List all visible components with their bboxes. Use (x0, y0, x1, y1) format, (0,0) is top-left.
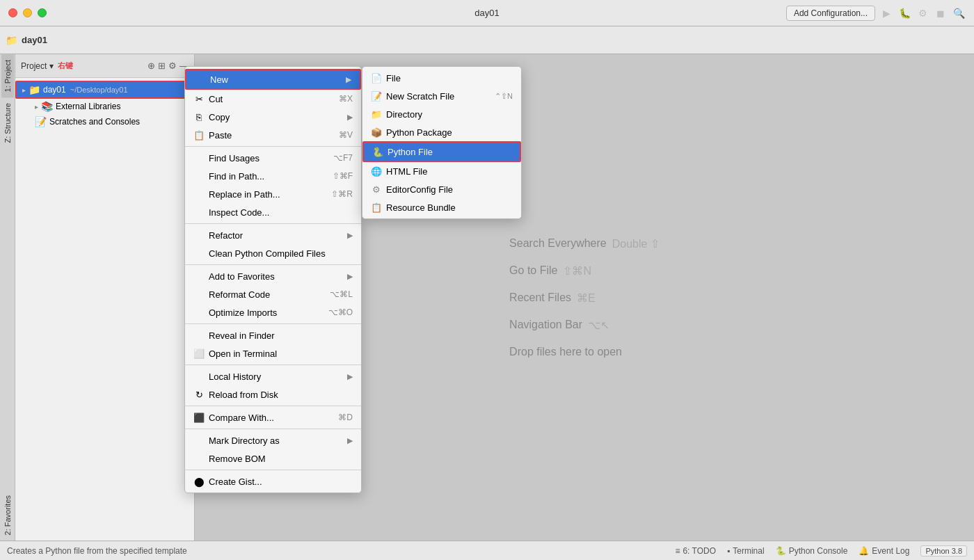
python-file-icon: 🐍 (372, 146, 383, 157)
tree-item-scratches[interactable]: 📝 Scratches and Consoles (15, 114, 194, 129)
tab-structure[interactable]: Z: Structure (1, 97, 14, 148)
panel-subtitle-chinese: 右键 (58, 61, 73, 71)
menu-item-new[interactable]: New ▶ (185, 69, 361, 90)
reveal-icon (193, 330, 205, 341)
menu-item-create-gist[interactable]: ⬤ Create Gist... (185, 472, 361, 490)
status-python-console[interactable]: 🐍 Python Console (776, 545, 848, 557)
menu-item-open-terminal[interactable]: ⬜ Open in Terminal (185, 344, 361, 362)
context-menu: New ▶ ✂ Cut ⌘X ⎘ Copy ▶ 📋 Paste ⌘V Find … (184, 66, 362, 493)
terminal-status-icon: ▪ (727, 546, 730, 556)
menu-item-inspect-code[interactable]: Inspect Code... (185, 203, 361, 221)
tree-item-external-libs[interactable]: ▸ 📚 External Libraries (15, 99, 194, 114)
tree-label-day01: day01 (43, 85, 66, 95)
tree-label-scratches: Scratches and Consoles (49, 117, 140, 127)
tree-item-day01[interactable]: ▸ 📁 day01 ~/Desktop/day01 (15, 81, 194, 99)
gist-label: Create Gist... (209, 477, 353, 487)
submenu-item-python-file[interactable]: 🐍 Python File (362, 141, 521, 162)
menu-item-compare[interactable]: ⬛ Compare With... ⌘D (185, 408, 361, 426)
paste-icon: 📋 (193, 129, 205, 141)
editorconfig-label: EditorConfig File (386, 184, 513, 195)
status-terminal[interactable]: ▪ Terminal (727, 545, 765, 557)
panel-icon-settings[interactable]: ⊕ (147, 61, 155, 71)
cut-icon: ✂ (193, 93, 205, 104)
copy-submenu-arrow: ▶ (347, 113, 353, 122)
html-label: HTML File (386, 166, 513, 177)
find-path-label: Find in Path... (209, 171, 328, 182)
menu-item-copy[interactable]: ⎘ Copy ▶ (185, 108, 361, 126)
debug-icon[interactable]: 🐛 (897, 6, 911, 20)
mark-submenu-arrow: ▶ (347, 436, 353, 445)
submenu-item-resource-bundle[interactable]: 📋 Resource Bundle (362, 198, 521, 216)
sep-3 (185, 264, 361, 265)
submenu-item-html[interactable]: 🌐 HTML File (362, 162, 521, 180)
paste-label: Paste (209, 130, 335, 141)
tab-favorites[interactable]: 2: Favorites (1, 490, 14, 541)
submenu-item-editorconfig[interactable]: ⚙ EditorConfig File (362, 180, 521, 198)
hint-goto-file: Go to File ⇧⌘N (509, 264, 660, 278)
submenu-item-scratch[interactable]: 📝 New Scratch File ⌃⇧N (362, 87, 521, 105)
window-title: day01 (474, 8, 499, 18)
tree-label-ext: External Libraries (56, 102, 120, 111)
menu-item-add-favorites[interactable]: Add to Favorites ▶ (185, 267, 361, 285)
menu-item-refactor[interactable]: Refactor ▶ (185, 226, 361, 244)
event-log-icon: 🔔 (859, 546, 869, 556)
project-name-label: day01 (22, 35, 47, 45)
profile-icon[interactable]: ⚙ (916, 6, 929, 20)
project-panel: Project ▾ 右键 ⊕ ⊞ ⚙ — ▸ 📁 day01 ~/Desktop… (15, 54, 195, 541)
file-label: File (386, 73, 513, 83)
menu-item-find-usages[interactable]: Find Usages ⌥F7 (185, 149, 361, 167)
find-usages-label: Find Usages (209, 153, 329, 163)
find-path-shortcut: ⇧⌘F (333, 171, 353, 181)
hint-key-recent: ⌘E (577, 291, 596, 305)
python-console-icon: 🐍 (776, 546, 786, 556)
tab-project[interactable]: 1: Project (1, 54, 14, 97)
status-event-log[interactable]: 🔔 Event Log (859, 546, 909, 556)
run-icon[interactable]: ▶ (879, 6, 893, 20)
submenu-item-file[interactable]: 📄 File (362, 69, 521, 87)
add-configuration-button[interactable]: Add Configuration... (786, 6, 875, 21)
panel-icon-gear[interactable]: ⚙ (168, 61, 177, 71)
status-right: ≡ 6: TODO ▪ Terminal 🐍 Python Console 🔔 … (675, 545, 967, 557)
menu-item-optimize[interactable]: Optimize Imports ⌥⌘O (185, 303, 361, 321)
copy-icon: ⎘ (193, 111, 205, 122)
maximize-button[interactable] (38, 8, 47, 17)
reveal-label: Reveal in Finder (209, 330, 353, 341)
refactor-submenu-arrow: ▶ (347, 231, 353, 240)
menu-item-clean-compiled[interactable]: Clean Python Compiled Files (185, 244, 361, 262)
remove-bom-icon (193, 453, 205, 464)
menu-item-mark-dir[interactable]: Mark Directory as ▶ (185, 431, 361, 449)
hint-key-search: Double ⇧ (612, 237, 660, 250)
cut-shortcut: ⌘X (339, 94, 353, 104)
hint-nav-bar: Navigation Bar ⌥↖ (509, 319, 660, 332)
tree-arrow-ext: ▸ (35, 103, 38, 111)
inspect-code-icon (193, 207, 205, 218)
hint-key-nav: ⌥↖ (588, 319, 609, 332)
menu-item-reload[interactable]: ↻ Reload from Disk (185, 385, 361, 403)
menu-item-replace-path[interactable]: Replace in Path... ⇧⌘R (185, 185, 361, 203)
replace-path-label: Replace in Path... (209, 189, 327, 200)
submenu-item-directory[interactable]: 📁 Directory (362, 105, 521, 123)
menu-item-paste[interactable]: 📋 Paste ⌘V (185, 126, 361, 144)
status-todo[interactable]: ≡ 6: TODO (675, 545, 716, 557)
stop-icon[interactable]: ◼ (934, 6, 948, 20)
tree-arrow-day01: ▸ (22, 86, 26, 94)
menu-item-reveal-finder[interactable]: Reveal in Finder (185, 326, 361, 344)
hint-drop-files: Drop files here to open (509, 346, 660, 358)
menu-item-find-path[interactable]: Find in Path... ⇧⌘F (185, 167, 361, 185)
reload-label: Reload from Disk (209, 390, 353, 400)
minimize-button[interactable] (23, 8, 32, 17)
menu-item-reformat[interactable]: Reformat Code ⌥⌘L (185, 285, 361, 303)
project-panel-header: Project ▾ 右键 ⊕ ⊞ ⚙ — (15, 54, 194, 78)
panel-icon-layout[interactable]: ⊞ (158, 61, 166, 71)
hint-text-goto: Go to File (509, 264, 557, 277)
search-everywhere-icon[interactable]: 🔍 (952, 6, 966, 20)
python-package-icon: 📦 (371, 127, 382, 138)
hint-text-drop: Drop files here to open (509, 346, 622, 358)
menu-item-cut[interactable]: ✂ Cut ⌘X (185, 90, 361, 108)
menu-item-remove-bom[interactable]: Remove BOM (185, 449, 361, 467)
left-sidebar-tabs: 1: Project Z: Structure 2: Favorites (0, 54, 15, 541)
close-button[interactable] (8, 8, 17, 17)
favorites-submenu-arrow: ▶ (347, 272, 353, 281)
submenu-item-python-package[interactable]: 📦 Python Package (362, 123, 521, 141)
menu-item-local-history[interactable]: Local History ▶ (185, 367, 361, 385)
